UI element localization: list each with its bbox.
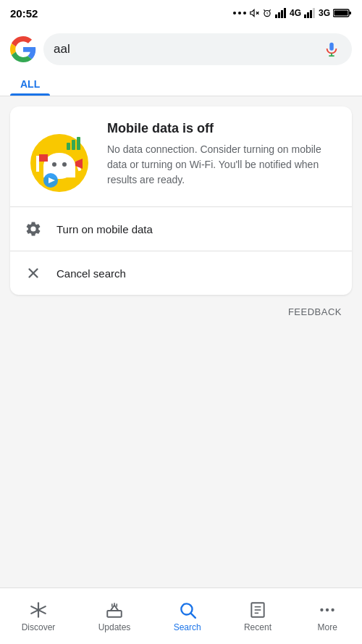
close-x-icon	[23, 263, 43, 283]
nav-item-recent[interactable]: Recent	[235, 595, 280, 638]
status-bar: 20:52 4G	[0, 0, 362, 26]
updates-icon	[105, 601, 124, 619]
settings-gear-icon	[23, 219, 43, 239]
gear-svg	[25, 220, 42, 238]
svg-rect-33	[77, 137, 80, 150]
mic-icon[interactable]	[321, 39, 342, 59]
svg-point-30	[62, 162, 67, 167]
3g-label: 3G	[319, 8, 330, 18]
tabs-bar: ALL	[0, 71, 362, 96]
4g-label: 4G	[290, 8, 301, 18]
svg-point-53	[332, 608, 334, 611]
nav-label-updates: Updates	[98, 622, 131, 632]
battery-icon	[333, 8, 352, 18]
svg-rect-19	[329, 43, 334, 51]
status-icons: 4G 3G	[233, 8, 352, 18]
bottom-nav: Discover Updates Search	[0, 587, 362, 644]
svg-rect-17	[349, 12, 351, 14]
svg-point-1	[238, 12, 241, 14]
search-nav-icon	[178, 601, 197, 619]
recent-svg	[248, 601, 267, 619]
svg-line-46	[191, 613, 195, 617]
svg-rect-31	[67, 143, 70, 150]
mobile-data-off-illustration	[23, 121, 96, 193]
svg-rect-9	[278, 12, 280, 18]
search-svg	[178, 601, 197, 619]
svg-rect-18	[334, 11, 348, 16]
feedback-area: FEEDBACK	[10, 295, 352, 329]
svg-rect-11	[284, 8, 286, 18]
svg-line-6	[264, 9, 265, 11]
alarm-icon	[262, 8, 272, 18]
card-text-area: Mobile data is off No data connection. C…	[107, 121, 339, 188]
cancel-search-action[interactable]: Cancel search	[10, 251, 352, 295]
search-query-text: aal	[54, 42, 314, 57]
card-title: Mobile data is off	[107, 121, 339, 136]
signal-3g-icon	[304, 8, 316, 18]
x-svg	[25, 265, 41, 281]
turn-on-mobile-data-action[interactable]: Turn on mobile data	[10, 207, 352, 251]
nav-item-discover[interactable]: Discover	[13, 595, 64, 638]
card-description: No data connection. Consider turning on …	[107, 142, 339, 188]
tab-all[interactable]: ALL	[10, 71, 50, 96]
svg-rect-26	[39, 154, 48, 162]
updates-svg	[105, 601, 124, 619]
card-top-section: Mobile data is off No data connection. C…	[10, 106, 352, 206]
svg-rect-8	[275, 14, 277, 18]
svg-line-7	[269, 9, 271, 11]
svg-rect-14	[310, 10, 312, 18]
nav-label-recent: Recent	[244, 622, 272, 632]
microphone-svg	[324, 41, 340, 57]
svg-rect-10	[281, 10, 283, 18]
svg-rect-15	[313, 8, 315, 18]
cancel-search-label: Cancel search	[56, 267, 126, 280]
silent-icon	[249, 8, 259, 18]
nav-label-more: More	[318, 622, 337, 632]
turn-on-mobile-data-label: Turn on mobile data	[56, 223, 153, 235]
recent-icon	[248, 601, 267, 619]
search-input-wrapper[interactable]: aal	[43, 33, 352, 65]
svg-rect-25	[36, 156, 39, 172]
svg-point-2	[243, 12, 246, 14]
asterisk-svg	[29, 601, 48, 619]
nav-label-search: Search	[174, 622, 201, 632]
svg-point-52	[326, 608, 329, 611]
google-logo	[10, 36, 36, 62]
discover-icon	[29, 601, 48, 619]
svg-rect-32	[72, 140, 75, 150]
svg-rect-41	[107, 611, 122, 617]
nav-item-updates[interactable]: Updates	[90, 595, 140, 638]
no-data-card: Mobile data is off No data connection. C…	[10, 106, 352, 295]
nav-item-search[interactable]: Search	[165, 595, 210, 638]
svg-point-51	[321, 608, 324, 611]
main-content: Mobile data is off No data connection. C…	[0, 96, 362, 339]
search-bar-container: aal	[0, 26, 362, 71]
more-svg	[318, 601, 337, 619]
nav-label-discover: Discover	[22, 622, 56, 632]
svg-point-29	[52, 162, 56, 167]
card-illustration	[23, 121, 96, 193]
nav-item-more[interactable]: More	[306, 595, 349, 638]
dots-icon	[233, 9, 246, 17]
svg-point-0	[233, 12, 236, 14]
feedback-button[interactable]: FEEDBACK	[288, 306, 342, 317]
svg-rect-12	[304, 14, 306, 18]
status-time: 20:52	[10, 7, 38, 20]
svg-rect-13	[307, 12, 309, 18]
more-dots-icon	[318, 601, 337, 619]
signal-4g-icon	[275, 8, 287, 18]
